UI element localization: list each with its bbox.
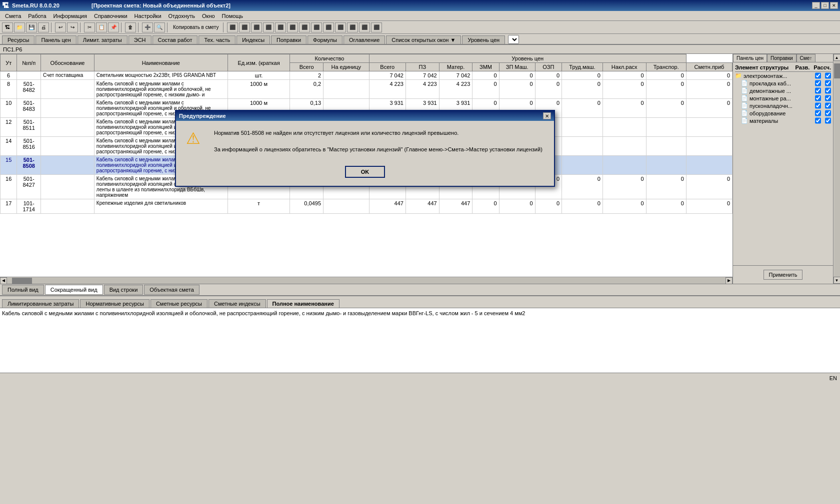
dialog-text: Норматив 501-8508 не найден или отсутств… (214, 129, 542, 154)
app-window: 🏗 Smeta.RU 8.0.0.20 [Проектная смета: Но… (0, 0, 840, 504)
dialog-msg1: Норматив 501-8508 не найден или отсутств… (214, 129, 542, 137)
warning-icon: ⚠ (186, 129, 206, 148)
dialog-buttons: OK (176, 162, 554, 186)
dialog-msg2: За информацией о лицензиях обратитесь в … (214, 145, 542, 154)
warning-dialog: Предупреждение ✕ ⚠ Норматив 501-8508 не … (175, 110, 555, 187)
dialog-body: ⚠ Норматив 501-8508 не найден или отсутс… (176, 121, 554, 162)
dialog-titlebar: Предупреждение ✕ (176, 111, 554, 121)
dialog-ok-button[interactable]: OK (345, 166, 386, 178)
dialog-title: Предупреждение (179, 113, 226, 119)
dialog-close-btn[interactable]: ✕ (543, 112, 551, 119)
dialog-overlay: Предупреждение ✕ ⚠ Норматив 501-8508 не … (0, 0, 840, 504)
